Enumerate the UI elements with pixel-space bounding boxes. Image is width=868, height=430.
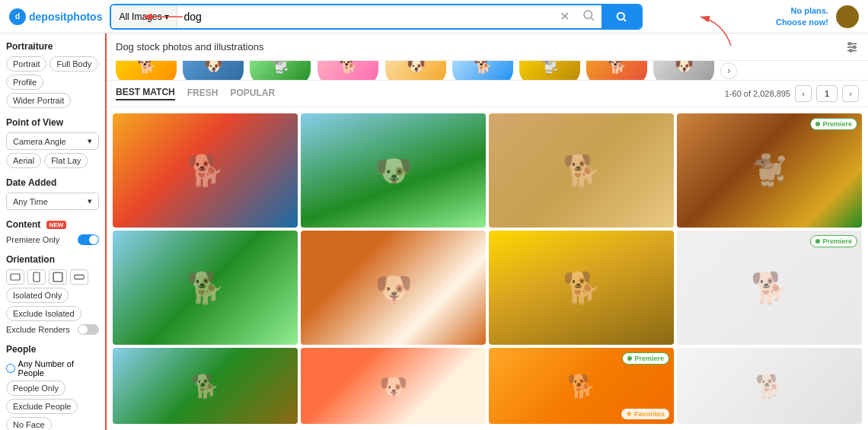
logo-text: depositphotos	[29, 11, 102, 23]
any-number-label: Any Number of People	[18, 359, 99, 377]
orientation-section: Orientation Isolated Only Exclude Isolat…	[6, 254, 99, 335]
search-button[interactable]	[602, 4, 641, 30]
image-placeholder: 🐕	[113, 231, 298, 345]
search-input[interactable]	[177, 5, 554, 28]
category-puppy[interactable]: 🐶 Puppy	[385, 61, 446, 81]
image-card[interactable]: 🐕 Premiere	[677, 231, 862, 345]
results-count: 1-60 of 2,028,895	[725, 89, 790, 98]
image-grid: 🐕 🐶 🐕 🐩 Premiere	[107, 107, 868, 430]
image-card[interactable]: 🐕	[113, 231, 298, 345]
category-pets[interactable]: 🐶 Pets	[653, 61, 714, 81]
image-placeholder: 🐶	[301, 113, 486, 228]
logo-icon: d	[9, 8, 26, 25]
portraiture-title: Portraiture	[6, 41, 99, 52]
image-card[interactable]: 🐕	[113, 348, 298, 424]
svg-point-14	[854, 46, 856, 48]
no-face-button[interactable]: No Face	[6, 417, 52, 430]
aerial-button[interactable]: Aerial	[6, 153, 41, 168]
image-card[interactable]: 🐕 Premiere ★ Favorites	[489, 348, 674, 424]
header: d depositphotos All Images ▾ ✕ No plans.…	[0, 0, 868, 33]
orientation-title: Orientation	[6, 254, 99, 265]
next-page-button[interactable]: ›	[842, 85, 859, 102]
image-placeholder: 🐕 Premiere	[677, 231, 862, 345]
svg-rect-6	[11, 274, 20, 280]
wider-portrait-button[interactable]: Wider Portrait	[6, 93, 71, 108]
profile-button[interactable]: Profile	[6, 75, 43, 90]
isolated-only-button[interactable]: Isolated Only	[6, 288, 69, 303]
category-illustrations[interactable]: 🐕 Illustrations dog	[116, 61, 177, 81]
exclude-renders-toggle[interactable]	[78, 324, 99, 335]
any-number-radio[interactable]	[6, 364, 15, 373]
search-bar: All Images ▾ ✕	[110, 4, 643, 30]
image-card[interactable]: 🐕	[113, 113, 298, 228]
new-badge: NEW	[46, 221, 67, 229]
exclude-renders-row: Exclude Renders	[6, 324, 99, 335]
panoramic-icon[interactable]	[70, 269, 88, 285]
category-cute-dog[interactable]: 🐕 Cute Dog	[452, 61, 513, 81]
logo: d depositphotos	[9, 8, 102, 25]
avatar[interactable]	[836, 5, 859, 28]
landscape-icon[interactable]	[6, 269, 24, 285]
category-vectors[interactable]: 🐩 Vectors dog	[250, 61, 311, 81]
date-added-section: Date Added Any Time ▾	[6, 177, 99, 210]
favorites-badge: ★ Favorites	[621, 409, 669, 419]
image-placeholder: 🐩 Premiere	[677, 113, 862, 228]
prev-page-button[interactable]: ‹	[795, 85, 812, 102]
search-lens-icon[interactable]	[576, 8, 602, 24]
svg-rect-9	[75, 275, 84, 279]
sort-tabs-bar: BEST MATCH FRESH POPULAR 1-60 of 2,028,8…	[107, 81, 868, 107]
tab-popular[interactable]: POPULAR	[230, 88, 275, 100]
search-type-button[interactable]: All Images ▾	[111, 5, 177, 28]
content-title: Content NEW	[6, 219, 99, 230]
svg-line-1	[592, 18, 594, 20]
premiere-only-label: Premiere Only	[6, 235, 59, 244]
category-strip-next[interactable]: ›	[720, 62, 737, 79]
category-happy-dog[interactable]: 🐩 Happy Dog	[519, 61, 580, 81]
image-card[interactable]: 🐶	[301, 348, 486, 424]
svg-point-13	[849, 43, 851, 45]
no-plans-text: No plans. Choose now!	[776, 5, 828, 27]
portrait-button[interactable]: Portrait	[6, 56, 46, 72]
image-placeholder: 🐕	[489, 231, 674, 345]
image-placeholder: 🐕	[113, 348, 298, 424]
image-card[interactable]: 🐩 Premiere	[677, 113, 862, 228]
category-dog-running[interactable]: 🐕 Dog Running	[586, 61, 647, 81]
premiere-only-row: Premiere Only	[6, 234, 99, 245]
exclude-people-button[interactable]: Exclude People	[6, 399, 78, 414]
camera-angle-dropdown[interactable]: Camera Angle ▾	[6, 132, 99, 150]
category-videos[interactable]: 🐶 Videos dog	[183, 61, 244, 81]
image-card[interactable]: 🐕	[489, 231, 674, 345]
content-area: Dog stock photos and illustrations 🐕 Ill…	[107, 33, 868, 430]
image-card[interactable]: 🐕	[489, 113, 674, 228]
premiere-dot	[627, 356, 632, 361]
people-title: People	[6, 344, 99, 355]
search-clear-icon[interactable]: ✕	[554, 9, 576, 24]
main-layout: Portraiture Portrait Full Body Profile W…	[0, 33, 868, 430]
pagination: 1-60 of 2,028,895 ‹ 1 ›	[725, 85, 859, 102]
any-time-dropdown[interactable]: Any Time ▾	[6, 193, 99, 210]
search-type-label: All Images	[119, 11, 161, 22]
tab-fresh[interactable]: FRESH	[187, 88, 219, 100]
portrait-icon[interactable]	[27, 269, 46, 285]
full-body-button[interactable]: Full Body	[49, 56, 98, 72]
svg-point-15	[850, 49, 852, 52]
portraiture-section: Portraiture Portrait Full Body Profile W…	[6, 41, 99, 108]
svg-line-3	[624, 19, 627, 21]
premiere-badge: Premiere	[810, 235, 857, 247]
premiere-only-toggle[interactable]	[78, 234, 99, 245]
image-card[interactable]: 🐶	[301, 113, 486, 228]
image-card[interactable]: 🐕	[677, 348, 862, 424]
image-placeholder: 🐕	[113, 113, 298, 228]
image-card[interactable]: 🐶	[301, 231, 486, 345]
flat-lay-button[interactable]: Flat Lay	[44, 153, 88, 168]
people-only-button[interactable]: People Only	[6, 381, 65, 396]
category-top-collection[interactable]: 🐕 Top Collection dog	[317, 61, 379, 81]
svg-point-4	[843, 10, 852, 19]
square-icon[interactable]	[49, 269, 67, 285]
chevron-down-icon: ▾	[164, 11, 169, 22]
svg-point-0	[584, 11, 592, 19]
tab-best-match[interactable]: BEST MATCH	[116, 87, 175, 100]
exclude-isolated-button[interactable]: Exclude Isolated	[6, 306, 81, 321]
svg-point-2	[617, 12, 624, 19]
filter-icon-button[interactable]	[845, 40, 859, 54]
